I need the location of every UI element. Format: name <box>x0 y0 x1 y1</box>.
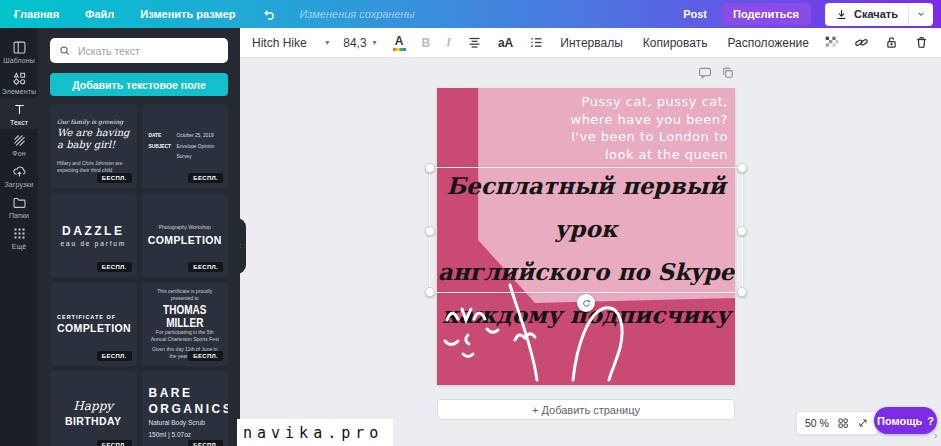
text-color-button[interactable]: A <box>393 35 406 51</box>
sidebar-item-folders[interactable]: Папки <box>0 191 38 222</box>
resize-handle-middle-right[interactable] <box>737 226 747 236</box>
saved-status: Изменения сохранены <box>289 8 424 20</box>
resize-handle-bottom-left[interactable] <box>425 287 435 297</box>
rotate-handle[interactable] <box>577 294 595 312</box>
share-button[interactable]: Поделиться <box>721 3 811 25</box>
sidebar-item-label: Ещё <box>12 243 27 250</box>
template-card-certificate-completion[interactable]: CERTIFICATE OFCOMPLETIONБЕСПЛ. <box>50 282 137 366</box>
background-icon <box>12 133 27 148</box>
spacing-button[interactable]: Интервалы <box>560 36 623 50</box>
template-text-line: CERTIFICATE OF <box>57 314 116 320</box>
sidebar-item-text[interactable]: Текст <box>0 98 38 129</box>
field-label: DATE <box>149 131 170 141</box>
sidebar-item-elements[interactable]: Элементы <box>0 67 38 98</box>
free-badge: БЕСПЛ. <box>188 351 223 361</box>
pages-grid-icon[interactable] <box>837 417 849 429</box>
template-text-line: We are having a baby girl! <box>57 127 130 152</box>
cat-illustration[interactable] <box>437 88 735 385</box>
resize-handle-bottom-right[interactable] <box>737 287 747 297</box>
question-mark-icon: ? <box>927 415 934 427</box>
resize-handle-middle-left[interactable] <box>425 226 435 236</box>
template-card-happy-birthday[interactable]: HappyBIRTHDAYБЕСПЛ. <box>50 371 137 446</box>
search-input[interactable] <box>78 45 208 57</box>
text-icon <box>12 102 27 117</box>
free-badge: БЕСПЛ. <box>97 440 132 446</box>
free-badge: БЕСПЛ. <box>97 262 132 272</box>
field-value: October 25, 2019 <box>177 131 214 141</box>
zoom-level[interactable]: 50 % <box>805 417 829 429</box>
template-text-line: For participating in the 5th Annual Char… <box>149 329 222 344</box>
topbar: ‹ Главная Файл Изменить размер Изменения… <box>0 0 941 28</box>
align-center-icon <box>467 35 482 50</box>
rainbow-color-bar <box>393 48 406 51</box>
template-card-photography-completion[interactable]: Photography WorkshopCOMPLETIONБЕСПЛ. <box>142 193 229 277</box>
scroll-right-arrow[interactable]: › <box>934 430 937 441</box>
template-text-line: COMPLETION <box>57 322 131 334</box>
list-icon <box>529 35 544 50</box>
template-text-line: eau de parfum <box>61 240 126 247</box>
free-badge: БЕСПЛ. <box>188 440 223 446</box>
template-text-line: Natural Body Scrub <box>149 418 205 428</box>
file-menu[interactable]: Файл <box>72 8 127 20</box>
template-text-line: This certificate is proudly presented to <box>149 288 222 303</box>
template-preview: BAREORGANICSNatural Body Scrub150ml | 5.… <box>142 371 229 446</box>
italic-button[interactable]: I <box>446 35 451 50</box>
delete-button[interactable] <box>914 35 929 50</box>
text-case-button[interactable]: aA <box>498 36 513 50</box>
template-text-line: 150ml | 5.07oz <box>149 430 192 440</box>
font-size-selector[interactable]: 84,3 ▾ <box>343 36 376 50</box>
watermark: navika.pro <box>237 419 393 446</box>
add-text-field-button[interactable]: Добавить текстовое поле <box>50 73 228 96</box>
comment-icon[interactable] <box>698 66 712 80</box>
sidebar-item-label: Элементы <box>2 88 36 95</box>
template-card-bare-organics[interactable]: BAREORGANICSNatural Body Scrub150ml | 5.… <box>142 371 229 446</box>
search-box[interactable] <box>50 38 228 63</box>
search-icon <box>59 45 71 57</box>
link-button[interactable] <box>854 35 869 50</box>
sidebar-item-more[interactable]: Ещё <box>0 222 38 253</box>
template-card-thomas-miller[interactable]: This certificate is proudly presented to… <box>142 282 229 366</box>
fullscreen-icon[interactable] <box>857 417 869 429</box>
duplicate-page-icon[interactable] <box>721 66 735 80</box>
list-button[interactable] <box>529 35 544 50</box>
more-icon <box>12 226 27 241</box>
free-badge: БЕСПЛ. <box>97 351 132 361</box>
bold-button[interactable]: B <box>422 36 431 50</box>
design-title[interactable]: Post <box>683 8 707 20</box>
chevron-down-icon: ▾ <box>373 38 377 47</box>
sidebar-item-uploads[interactable]: Загрузки <box>0 160 38 191</box>
copy-button[interactable]: Копировать <box>643 36 708 50</box>
resize-menu[interactable]: Изменить размер <box>127 8 248 20</box>
template-text-line: DAZZLE <box>62 224 124 238</box>
template-grid: Our family is growingWe are having a bab… <box>50 104 228 446</box>
transparency-button[interactable] <box>824 35 839 50</box>
template-card-envelope-survey[interactable]: DATEOctober 25, 2019SUBJECTEnvelope Opin… <box>142 104 229 188</box>
template-card-baby-announcement[interactable]: Our family is growingWe are having a bab… <box>50 104 137 188</box>
sidebar-item-label: Папки <box>9 212 29 219</box>
text-align-button[interactable] <box>467 35 482 50</box>
template-text-line: ORGANICS <box>149 402 229 416</box>
template-field-row: SUBJECTEnvelope Opinion Survey <box>149 142 222 161</box>
lock-icon <box>884 35 899 50</box>
zoom-controls: 50 % <box>796 411 878 435</box>
resize-handle-top-right[interactable] <box>737 163 747 173</box>
template-card-dazzle-parfum[interactable]: DAZZLEeau de parfumБЕСПЛ. <box>50 193 137 277</box>
home-button[interactable]: ‹ Главная <box>0 7 72 22</box>
download-options-button[interactable] <box>908 3 933 26</box>
font-family-selector[interactable]: Hitch Hike <box>252 36 325 50</box>
template-text-line: Photography Workshop <box>159 224 211 232</box>
sidebar-item-templates[interactable]: Шаблоны <box>0 36 38 67</box>
sidebar-item-background[interactable]: Фон <box>0 129 38 160</box>
design-page[interactable]: Pussy cat, pussy cat,where have you been… <box>437 88 735 385</box>
arrange-button[interactable]: Расположение <box>727 36 809 50</box>
folders-icon <box>12 195 27 210</box>
help-button[interactable]: Помощь ? <box>874 407 937 434</box>
resize-handle-top-left[interactable] <box>425 163 435 173</box>
undo-button[interactable] <box>248 7 289 22</box>
trash-icon <box>914 35 929 50</box>
home-label: Главная <box>14 8 59 20</box>
add-page-button[interactable]: + Добавить страницу <box>437 399 735 420</box>
lock-button[interactable] <box>884 35 899 50</box>
templates-icon <box>12 40 27 55</box>
download-button[interactable]: Скачать <box>825 3 933 26</box>
